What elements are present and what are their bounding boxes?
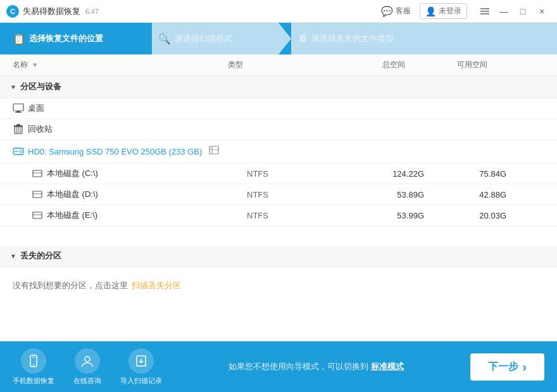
row-label-recycle: 回收站 <box>28 123 53 135</box>
step-3[interactable]: 🖥 请选择丢失的文件类型 <box>291 23 557 54</box>
col-header-free: 可用空间 <box>405 60 487 70</box>
step2-arrow <box>278 23 291 54</box>
col-total-label: 总空间 <box>382 60 405 69</box>
standard-mode-link[interactable]: 标准模式 <box>371 362 404 371</box>
step-bar: 📋 选择恢复文件的位置 🔍 请选择扫描模式 🖥 请选择丢失的文件类型 <box>0 23 557 54</box>
title-bar: C 失易得数据恢复 6.47 💬 客服 👤 未登录 — □ × <box>0 0 557 23</box>
phone-icon <box>21 348 46 374</box>
svg-point-28 <box>33 364 34 365</box>
shortcut-online-label: 在线咨询 <box>73 376 101 386</box>
login-label: 未登录 <box>439 6 461 16</box>
svg-rect-7 <box>15 112 22 113</box>
service-chat-icon: 💬 <box>381 6 393 17</box>
next-label: 下一步 <box>488 360 518 374</box>
minimize-button[interactable]: — <box>495 4 513 19</box>
main-content: 名称 ▼ 类型 总空间 可用空间 ▼ 分区与设备 桌面 <box>0 54 557 341</box>
import-icon <box>128 348 154 374</box>
next-button[interactable]: 下一步 › <box>470 353 544 381</box>
col-header-type: 类型 <box>228 60 323 70</box>
scan-lost-link[interactable]: 扫描丢失分区 <box>132 280 181 291</box>
minimize-icon: — <box>499 6 508 16</box>
row-total-drive-d: 53.89G <box>342 190 424 199</box>
partition-e-icon <box>32 210 43 221</box>
drive-c-free: 75.84G <box>479 169 506 179</box>
app-title-text: 失易得数据恢复 <box>23 6 80 16</box>
svg-rect-20 <box>33 170 42 177</box>
row-name-recycle: 回收站 <box>13 123 228 135</box>
row-type-drive-e: NTFS <box>247 211 342 220</box>
svg-rect-5 <box>13 104 23 111</box>
section-lost[interactable]: ▼ 丢失的分区 <box>0 245 557 267</box>
title-bar-right: 💬 客服 👤 未登录 — □ × <box>376 3 551 19</box>
step1-arrow <box>139 23 152 54</box>
svg-rect-24 <box>33 212 42 218</box>
row-free-drive-d: 42.88G <box>424 190 506 199</box>
drive-c-total: 124.22G <box>392 169 424 179</box>
table-row[interactable]: HD0: Samsung SSD 750 EVO 250GB (233 GB) <box>0 140 557 163</box>
row-label-drive-c: 本地磁盘 (C:\) <box>47 168 98 179</box>
shortcut-phone[interactable]: 手机数据恢复 <box>13 348 54 386</box>
step-1[interactable]: 📋 选择恢复文件的位置 <box>0 23 139 54</box>
table-row[interactable]: 本地磁盘 (E:\) NTFS 53.99G 20.03G <box>0 205 557 226</box>
svg-rect-13 <box>16 124 20 125</box>
shortcut-phone-label: 手机数据恢复 <box>13 376 54 386</box>
drive-e-free: 20.03G <box>479 211 506 220</box>
drive-c-type: NTFS <box>247 169 268 179</box>
menu-button[interactable] <box>476 4 494 19</box>
hd-icon <box>13 146 24 157</box>
svg-rect-2 <box>480 8 489 9</box>
row-label-drive-e: 本地磁盘 (E:\) <box>47 210 97 221</box>
service-label: 客服 <box>396 6 411 16</box>
service-button[interactable]: 💬 客服 <box>376 4 416 19</box>
partition-c-icon <box>32 168 43 179</box>
shortcuts: 手机数据恢复 在线咨询 导入扫描记录 <box>13 348 162 386</box>
section-lost-label: 丢失的分区 <box>20 250 61 262</box>
shortcut-import[interactable]: 导入扫描记录 <box>120 348 162 386</box>
online-icon <box>75 348 100 374</box>
partition-d-icon <box>32 189 43 200</box>
login-button[interactable]: 👤 未登录 <box>420 3 467 19</box>
table-row[interactable]: 本地磁盘 (C:\) NTFS 124.22G 75.84G <box>0 163 557 184</box>
step2-label: 请选择扫描模式 <box>175 33 251 44</box>
drive-d-total: 53.89G <box>397 190 424 199</box>
bottom-bar: 手机数据恢复 在线咨询 导入扫描记录 如果您不想使用向导模式，可以切换到 标准模… <box>0 341 557 392</box>
next-arrow-icon: › <box>522 360 527 374</box>
close-icon: × <box>539 6 544 16</box>
svg-rect-12 <box>14 125 23 127</box>
step1-label: 选择恢复文件的位置 <box>29 33 122 44</box>
row-label-hd0: HD0: Samsung SSD 750 EVO 250GB (233 GB) <box>28 147 202 156</box>
app-logo: C <box>6 5 19 18</box>
section-partitions[interactable]: ▼ 分区与设备 <box>0 76 557 98</box>
restore-button[interactable]: □ <box>514 4 532 19</box>
drive-d-free: 42.88G <box>479 190 506 199</box>
row-total-drive-e: 53.99G <box>342 211 424 220</box>
window-controls: — □ × <box>476 4 551 19</box>
lost-message-text: 没有找到想要的分区，点击这里 <box>13 280 128 291</box>
drive-d-type: NTFS <box>247 190 268 199</box>
svg-rect-6 <box>16 111 20 112</box>
step1-icon: 📋 <box>13 33 25 45</box>
desktop-icon <box>13 103 24 114</box>
close-button[interactable]: × <box>533 4 551 19</box>
svg-rect-4 <box>480 13 489 15</box>
app-version: 6.47 <box>85 8 99 15</box>
col-header-name[interactable]: 名称 ▼ <box>13 60 228 70</box>
row-label-desktop: 桌面 <box>28 103 44 114</box>
table-row[interactable]: 本地磁盘 (D:\) NTFS 53.89G 42.88G <box>0 184 557 205</box>
sort-icon: ▼ <box>32 61 38 68</box>
lost-message: 没有找到想要的分区，点击这里 扫描丢失分区 <box>0 267 557 304</box>
step-2[interactable]: 🔍 请选择扫描模式 <box>152 23 278 54</box>
row-type-drive-d: NTFS <box>247 190 342 199</box>
table-row[interactable]: 桌面 <box>0 98 557 119</box>
row-name-hd0: HD0: Samsung SSD 750 EVO 250GB (233 GB) <box>13 144 228 158</box>
col-header-total: 总空间 <box>323 60 405 70</box>
col-name-label: 名称 <box>13 60 28 69</box>
hd0-badge <box>208 144 220 158</box>
table-row[interactable]: 回收站 <box>0 119 557 140</box>
app-title: 失易得数据恢复 6.47 <box>23 6 376 17</box>
svg-point-29 <box>85 357 90 362</box>
svg-rect-3 <box>480 11 489 12</box>
shortcut-online[interactable]: 在线咨询 <box>73 348 101 386</box>
svg-rect-22 <box>33 191 42 198</box>
section-collapse-icon: ▼ <box>10 84 16 91</box>
